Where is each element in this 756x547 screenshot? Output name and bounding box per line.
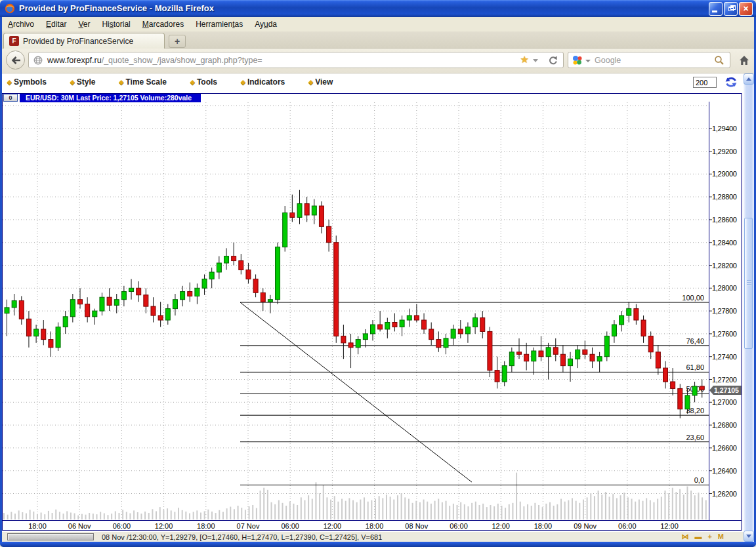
svg-text:1,28600: 1,28600: [712, 216, 737, 224]
svg-text:61,80: 61,80: [686, 363, 704, 371]
chart-corner-button[interactable]: 0: [3, 94, 18, 102]
toolbar-symbols[interactable]: ◆Symbols: [7, 77, 47, 87]
dash-icon[interactable]: ▬: [694, 533, 702, 541]
diamond-icon: ◆: [119, 79, 124, 85]
svg-text:1,29200: 1,29200: [712, 148, 737, 155]
window-border-bottom: [0, 542, 756, 547]
svg-text:06:00: 06:00: [113, 522, 131, 530]
menu-historial[interactable]: Historial: [96, 17, 136, 31]
close-button[interactable]: ✕: [739, 2, 753, 16]
scrollbar-up-button[interactable]: [744, 73, 754, 85]
toolbar-view[interactable]: ◆View: [308, 77, 333, 87]
chart-toolbar-items: ◆Symbols◆Style◆Time Scale◆Tools◆Indicato…: [7, 77, 356, 87]
site-favicon: F: [9, 36, 19, 46]
status-progress-bar[interactable]: [7, 533, 94, 540]
svg-text:1,27000: 1,27000: [712, 398, 737, 406]
svg-text:1,26200: 1,26200: [712, 490, 737, 498]
firefox-icon: [5, 3, 15, 14]
window-controls: ✕: [709, 2, 753, 16]
svg-text:06:00: 06:00: [450, 522, 468, 530]
chart-refresh-icon[interactable]: [724, 76, 738, 89]
svg-text:1,28000: 1,28000: [712, 284, 737, 292]
svg-text:08 Nov: 08 Nov: [405, 522, 428, 530]
google-icon: [572, 55, 583, 66]
browser-window: Provided by ProFinanceService - Mozilla …: [0, 0, 756, 547]
svg-text:06:00: 06:00: [618, 522, 637, 530]
svg-text:18:00: 18:00: [197, 522, 215, 530]
svg-text:18:00: 18:00: [366, 522, 384, 530]
chart-area: 1,294001,292001,290001,288001,286001,284…: [2, 93, 744, 531]
svg-text:76,40: 76,40: [686, 337, 704, 345]
url-bar[interactable]: www.forexpf.ru/_quote_show_/java/show_gr…: [28, 52, 564, 68]
svg-text:1,29400: 1,29400: [712, 125, 737, 132]
menu-archivo[interactable]: Archivo: [2, 17, 40, 31]
url-dropdown-icon[interactable]: [533, 59, 538, 62]
minimize-button[interactable]: [709, 2, 723, 16]
svg-text:1,29000: 1,29000: [712, 170, 737, 178]
chart-toolbar: ◆Symbols◆Style◆Time Scale◆Tools◆Indicato…: [2, 73, 744, 93]
svg-text:100,00: 100,00: [682, 294, 704, 302]
home-button[interactable]: [736, 52, 753, 68]
restore-button[interactable]: [724, 2, 738, 16]
menu-herramientas[interactable]: Herramientas: [190, 17, 249, 31]
tab-profinance[interactable]: F Provided by ProFinanceService: [3, 33, 165, 49]
svg-text:1,28800: 1,28800: [712, 193, 737, 201]
svg-text:1,26400: 1,26400: [712, 467, 737, 475]
diamond-icon: ◆: [190, 79, 195, 85]
svg-text:1,27800: 1,27800: [712, 307, 737, 315]
back-arrow-icon: [9, 54, 22, 66]
reload-icon[interactable]: [547, 55, 558, 66]
back-button[interactable]: [6, 51, 25, 70]
status-bar: 08 Nov /12:30:00, Y=1,29279, [O=1,27460,…: [2, 531, 744, 542]
status-icons: ⋈▬+M: [681, 533, 724, 541]
menu-marcadores[interactable]: Marcadores: [136, 17, 190, 31]
svg-text:18:00: 18:00: [534, 522, 553, 530]
title-bar: Provided by ProFinanceService - Mozilla …: [0, 0, 756, 17]
menu-ver[interactable]: Ver: [72, 17, 96, 31]
status-text: 08 Nov /12:30:00, Y=1,29279, [O=1,27460,…: [102, 533, 382, 541]
window-title: Provided by ProFinanceService - Mozilla …: [19, 3, 214, 13]
svg-text:07 Nov: 07 Nov: [237, 522, 260, 530]
svg-text:1,27600: 1,27600: [712, 330, 737, 338]
svg-text:1,26800: 1,26800: [712, 421, 737, 429]
toolbar-time-scale[interactable]: ◆Time Scale: [119, 77, 167, 87]
scrollbar-down-button[interactable]: [744, 531, 754, 542]
url-text[interactable]: www.forexpf.ru/_quote_show_/java/show_gr…: [47, 56, 262, 65]
svg-text:12:00: 12:00: [660, 522, 679, 530]
bars-count-input[interactable]: [693, 77, 717, 88]
bookmark-star-icon[interactable]: ★: [520, 54, 529, 66]
svg-text:12:00: 12:00: [324, 522, 342, 530]
globe-icon: [33, 56, 43, 65]
search-magnifier-icon[interactable]: [714, 55, 724, 66]
search-placeholder: Google: [595, 56, 621, 65]
toolbar-style[interactable]: ◆Style: [70, 77, 96, 87]
diamond-icon: ◆: [241, 79, 245, 85]
link-bars-icon[interactable]: ⋈: [681, 533, 688, 541]
search-engine-dropdown-icon[interactable]: [585, 60, 591, 62]
svg-text:1,27105: 1,27105: [714, 386, 739, 394]
svg-text:1,28200: 1,28200: [712, 262, 737, 270]
svg-text:1,27400: 1,27400: [712, 353, 737, 361]
menu-editar[interactable]: Editar: [40, 17, 72, 31]
search-box[interactable]: Google: [568, 52, 730, 68]
toolbar-indicators[interactable]: ◆Indicators: [241, 77, 285, 87]
toolbar-tools[interactable]: ◆Tools: [190, 77, 217, 87]
svg-text:18:00: 18:00: [28, 522, 47, 530]
home-icon: [739, 55, 749, 66]
diamond-icon: ◆: [70, 79, 75, 85]
svg-text:1,26600: 1,26600: [712, 444, 737, 452]
svg-text:12:00: 12:00: [492, 522, 510, 530]
scrollbar-thumb[interactable]: [744, 218, 753, 349]
svg-text:09 Nov: 09 Nov: [574, 522, 597, 530]
new-tab-button[interactable]: +: [169, 35, 186, 48]
zoom-plus-icon[interactable]: +: [707, 533, 711, 541]
svg-text:23,60: 23,60: [686, 434, 704, 441]
svg-text:1,27200: 1,27200: [712, 376, 737, 384]
svg-text:06 Nov: 06 Nov: [68, 522, 91, 530]
marker-m-icon[interactable]: M: [718, 533, 724, 541]
menu-ayuda[interactable]: Ayuda: [249, 17, 283, 31]
candlestick-chart[interactable]: 1,294001,292001,290001,288001,286001,284…: [2, 93, 744, 531]
vertical-scrollbar[interactable]: [744, 73, 754, 542]
svg-text:12:00: 12:00: [155, 522, 173, 530]
menu-bar: ArchivoEditarVerHistorialMarcadoresHerra…: [2, 17, 754, 31]
